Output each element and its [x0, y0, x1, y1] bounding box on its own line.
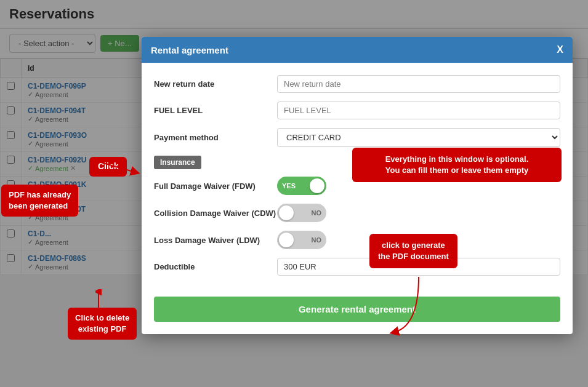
fdw-toggle-wrapper: YES [277, 177, 326, 195]
delete-arrow [95, 289, 102, 320]
generate-rental-agreement-button[interactable]: Generate rental agreement [154, 297, 560, 322]
page: Reservations - Select action - + Ne... I… [0, 0, 588, 387]
modal-close-button[interactable]: X [557, 44, 563, 55]
ldw-toggle-wrapper: NO [277, 231, 326, 249]
new-return-date-input[interactable] [277, 75, 560, 93]
callout-generate-pdf: click to generate the PDF document [369, 234, 457, 268]
ldw-row: Loss Damage Waiver (LDW) NO [154, 231, 560, 249]
ldw-toggle-knob [279, 233, 294, 247]
cdw-row: Collision Damage Waiver (CDW) NO [154, 204, 560, 222]
svg-line-0 [92, 160, 135, 172]
payment-method-select[interactable]: CREDIT CARD CASH BANK TRANSFER CHECK [277, 128, 560, 147]
click-arrow [86, 148, 160, 185]
rental-agreement-modal: Rental agreement X New return date FUEL … [142, 37, 573, 334]
callout-optional: Everything in this window is optional. Y… [352, 148, 562, 182]
modal-footer: Generate rental agreement [142, 297, 573, 334]
callout-pdf-generated: PDF has already been generated [1, 185, 78, 217]
insurance-badge: Insurance [154, 156, 201, 169]
ldw-toggle-no: NO [312, 236, 322, 244]
modal-title: Rental agreement [151, 45, 228, 55]
payment-method-label: Payment method [154, 133, 277, 142]
new-return-date-row: New return date [154, 75, 560, 93]
cdw-toggle-no: NO [312, 209, 322, 217]
generate-arrow [382, 271, 456, 345]
payment-method-row: Payment method CREDIT CARD CASH BANK TRA… [154, 128, 560, 147]
ldw-label: Loss Damage Waiver (LDW) [154, 236, 277, 245]
modal-header: Rental agreement X [142, 37, 573, 63]
fuel-level-input[interactable] [277, 102, 560, 119]
ldw-toggle[interactable]: NO [277, 231, 326, 249]
callout-delete-pdf: Click to delete existing PDF [68, 308, 137, 340]
fdw-label: Full Damage Waiver (FDW) [154, 182, 277, 191]
cdw-toggle-wrapper: NO [277, 204, 326, 222]
deductible-label: Deductible [154, 262, 277, 271]
fdw-toggle-knob [310, 178, 324, 193]
new-return-date-label: New return date [154, 79, 277, 89]
cdw-toggle-knob [279, 205, 294, 220]
fuel-level-label: FUEL LEVEL [154, 106, 277, 115]
cdw-toggle[interactable]: NO [277, 204, 326, 222]
fdw-toggle-yes: YES [282, 182, 296, 190]
fuel-level-row: FUEL LEVEL [154, 102, 560, 119]
fdw-toggle[interactable]: YES [277, 177, 326, 195]
deductible-row: Deductible [154, 258, 560, 276]
cdw-label: Collision Damage Waiver (CDW) [154, 209, 277, 218]
